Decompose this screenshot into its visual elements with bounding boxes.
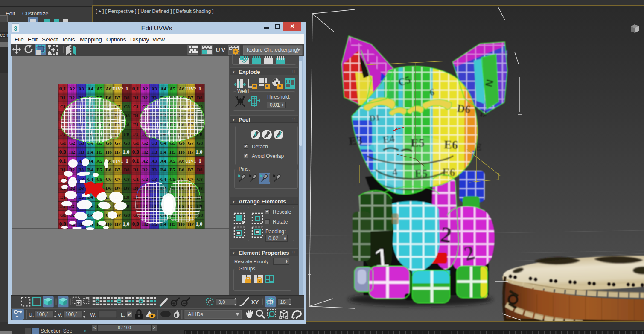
svg-text:B7: B7 <box>115 95 120 100</box>
svg-text:G1: G1 <box>60 140 66 145</box>
svg-text:E8: E8 <box>124 195 129 200</box>
svg-text:B4: B4 <box>160 167 166 172</box>
svg-text:0,1: 0,1 <box>132 85 139 92</box>
svg-text:100,(: 100,( <box>36 311 48 317</box>
svg-text:U:: U: <box>29 312 34 318</box>
svg-text:H2: H2 <box>142 149 149 154</box>
svg-text:A3: A3 <box>151 86 157 91</box>
svg-text:A5: A5 <box>96 86 102 91</box>
svg-text:0,0: 0,0 <box>132 148 139 155</box>
svg-text:H4: H4 <box>160 149 167 154</box>
svg-text:H3: H3 <box>151 149 157 154</box>
svg-text:0,1: 0,1 <box>132 157 139 164</box>
svg-text:E4: E4 <box>382 133 395 145</box>
svg-text:W:: W: <box>90 312 96 318</box>
svg-text:D1: D1 <box>133 113 139 118</box>
svg-text:A2: A2 <box>142 158 148 163</box>
svg-text:A6: A6 <box>106 86 112 91</box>
svg-text:All IDs: All IDs <box>188 311 203 317</box>
svg-text:1: 1 <box>198 85 201 92</box>
svg-text:B6: B6 <box>179 167 184 172</box>
svg-text:A3: A3 <box>78 86 84 91</box>
svg-text:D7: D7 <box>115 186 121 191</box>
svg-text:F1: F1 <box>133 131 138 137</box>
svg-text:B7: B7 <box>115 167 120 172</box>
svg-text:A6: A6 <box>179 86 185 91</box>
svg-text:H7: H7 <box>188 149 194 154</box>
svg-text:B8: B8 <box>197 167 202 172</box>
svg-text:H4: H4 <box>87 149 94 154</box>
svg-text:B3: B3 <box>78 167 84 172</box>
svg-text:A2: A2 <box>142 86 148 91</box>
svg-text:D1: D1 <box>369 113 380 123</box>
svg-text:A5: A5 <box>96 158 102 163</box>
svg-text:B3: B3 <box>151 167 157 172</box>
svg-text:G7: G7 <box>115 140 121 145</box>
svg-text:A4: A4 <box>87 86 93 91</box>
svg-text:B3: B3 <box>151 95 157 100</box>
svg-text:H7: H7 <box>115 149 121 154</box>
svg-text:B1: B1 <box>60 95 66 100</box>
svg-text:1,0: 1,0 <box>122 148 129 155</box>
svg-text:C4: C4 <box>160 177 166 182</box>
svg-text:16: 16 <box>280 299 286 305</box>
svg-text:B8: B8 <box>124 167 129 172</box>
svg-text:B5: B5 <box>96 167 102 172</box>
svg-text:C3: C3 <box>151 177 157 182</box>
svg-text:H7: H7 <box>115 221 121 227</box>
svg-text:E6: E6 <box>444 138 458 151</box>
svg-text:A2: A2 <box>69 86 75 91</box>
svg-text:C5: C5 <box>169 177 175 182</box>
svg-text:U2V2: U2V2 <box>185 87 196 91</box>
svg-text:0,0: 0,0 <box>59 148 66 155</box>
svg-text:D8: D8 <box>124 186 130 191</box>
svg-text:G8: G8 <box>124 140 130 145</box>
svg-text:H5: H5 <box>169 149 176 154</box>
svg-text:1: 1 <box>198 157 201 164</box>
svg-text:G2: G2 <box>142 140 149 145</box>
svg-text:B8: B8 <box>124 95 129 100</box>
svg-text:1: 1 <box>125 157 128 164</box>
svg-text:B1: B1 <box>133 167 139 172</box>
svg-text:1,0: 1,0 <box>195 148 202 155</box>
svg-text:F8: F8 <box>124 131 129 137</box>
svg-text:C8: C8 <box>197 177 203 182</box>
svg-text:C7: C7 <box>188 177 194 182</box>
svg-text:C1: C1 <box>60 104 66 109</box>
svg-text:0,0: 0,0 <box>132 221 139 227</box>
svg-text:✔: ✔ <box>127 311 131 317</box>
svg-text:B1: B1 <box>133 95 139 100</box>
svg-text:A4: A4 <box>160 86 166 91</box>
svg-text:D6: D6 <box>106 186 112 191</box>
svg-text:U2V1: U2V1 <box>185 159 196 163</box>
svg-text:L:: L: <box>121 312 125 318</box>
svg-text:C1: C1 <box>133 104 139 109</box>
svg-text:H3: H3 <box>78 149 85 154</box>
svg-text:V:: V: <box>58 312 62 318</box>
svg-text:C2: C2 <box>142 177 148 182</box>
svg-text:B5: B5 <box>169 167 175 172</box>
svg-text:A3: A3 <box>151 158 157 163</box>
svg-text:A6: A6 <box>179 158 185 163</box>
svg-text:E1: E1 <box>60 195 66 200</box>
svg-text:D1: D1 <box>133 186 139 191</box>
svg-text:H5: H5 <box>169 221 176 227</box>
svg-text:1,0: 1,0 <box>195 221 202 227</box>
svg-text:B8: B8 <box>197 95 202 100</box>
svg-text:C6: C6 <box>106 177 112 182</box>
svg-text:U1V2: U1V2 <box>112 87 123 91</box>
svg-text:C5: C5 <box>96 177 102 182</box>
svg-text:G1: G1 <box>133 140 139 145</box>
svg-text:E: E <box>475 141 482 153</box>
svg-text:E1: E1 <box>133 122 139 127</box>
svg-text:H2: H2 <box>69 149 76 154</box>
svg-text:B7: B7 <box>188 167 193 172</box>
svg-text:C8: C8 <box>124 104 130 109</box>
svg-text:C4: C4 <box>87 177 93 182</box>
svg-text:U1V1: U1V1 <box>112 159 123 163</box>
svg-text:1,0: 1,0 <box>122 221 129 227</box>
svg-text:0,1: 0,1 <box>59 85 66 92</box>
svg-text:0,1: 0,1 <box>59 157 66 164</box>
svg-text:E5: E5 <box>414 167 428 180</box>
svg-text:H6: H6 <box>179 149 185 154</box>
